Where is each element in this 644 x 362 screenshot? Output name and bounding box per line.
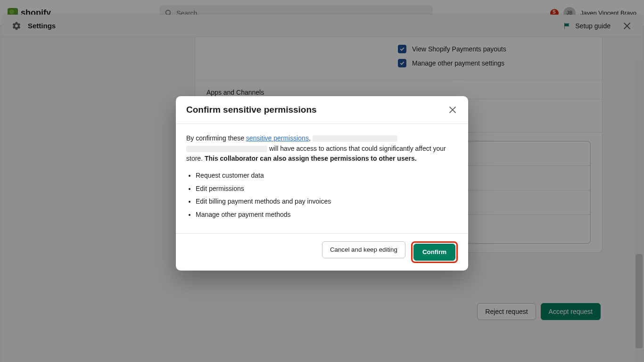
modal-footer: Cancel and keep editing Confirm [176, 233, 468, 271]
modal-intro: By confirming these sensitive permission… [186, 133, 458, 164]
modal-header: Confirm sensitive permissions [176, 96, 468, 123]
list-item: Request customer data [196, 171, 458, 181]
cancel-button[interactable]: Cancel and keep editing [322, 241, 405, 258]
list-item: Edit permissions [196, 184, 458, 194]
intro-bold: This collaborator can also assign these … [205, 155, 417, 162]
confirm-highlight: Confirm [411, 241, 458, 263]
intro-suffix1: , [309, 134, 313, 142]
confirm-permissions-modal: Confirm sensitive permissions By confirm… [176, 96, 468, 271]
confirm-button[interactable]: Confirm [413, 244, 455, 261]
list-item: Manage other payment methods [196, 210, 458, 220]
modal-title: Confirm sensitive permissions [186, 105, 317, 115]
redacted-text [186, 146, 267, 152]
modal-body: By confirming these sensitive permission… [176, 124, 468, 233]
sensitive-permissions-link[interactable]: sensitive permissions [246, 134, 309, 142]
intro-prefix: By confirming these [186, 134, 246, 142]
redacted-text [313, 135, 397, 142]
list-item: Edit billing payment methods and pay inv… [196, 197, 458, 207]
permissions-bullet-list: Request customer data Edit permissions E… [196, 171, 458, 220]
close-icon[interactable] [447, 105, 458, 115]
